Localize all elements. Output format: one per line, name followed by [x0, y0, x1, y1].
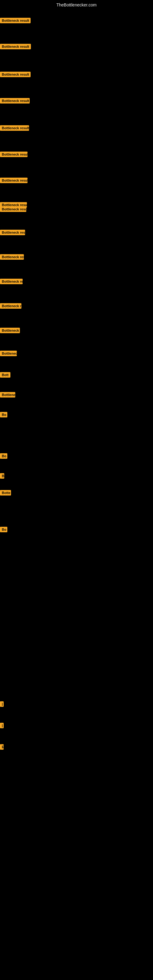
- badge-14: Bottleneck re: [0, 328, 20, 334]
- bottleneck-badge-2: Bottleneck result: [0, 44, 31, 49]
- badge-23: |: [0, 701, 2, 708]
- bottleneck-badge-10: Bottleneck resu: [0, 230, 25, 235]
- badge-3: Bottleneck result: [0, 72, 30, 78]
- bottleneck-badge-14: Bottleneck re: [0, 328, 20, 333]
- bottleneck-badge-1: Bottleneck result: [0, 18, 30, 23]
- badge-12: Bottleneck res: [0, 279, 22, 285]
- badge-5: Bottleneck result: [0, 125, 29, 132]
- bottleneck-badge-5: Bottleneck result: [0, 125, 29, 131]
- badge-4: Bottleneck result: [0, 98, 30, 105]
- badge-10: Bottleneck resu: [0, 230, 25, 236]
- bottleneck-badge-6: Bottleneck resul: [0, 151, 27, 157]
- badge-2: Bottleneck result: [0, 44, 31, 51]
- bottleneck-badge-19: Bo: [0, 453, 7, 459]
- site-title: TheBottlenecker.com: [0, 0, 153, 10]
- badge-11: Bottleneck resu: [0, 254, 24, 261]
- badge-1: Bottleneck result: [0, 18, 30, 24]
- bottleneck-badge-7: Bottleneck result: [0, 178, 27, 183]
- badge-21: Botte: [0, 490, 11, 497]
- bottleneck-badge-12: Bottleneck res: [0, 279, 22, 284]
- bottleneck-badge-16: Bott: [0, 372, 10, 378]
- badge-20: B: [0, 473, 4, 480]
- bottleneck-badge-20: B: [0, 473, 4, 479]
- badge-25: E: [0, 744, 3, 751]
- bottleneck-badge-18: Bo: [0, 412, 7, 417]
- badge-22: Bo: [0, 527, 7, 533]
- bottleneck-badge-17: Bottlene: [0, 392, 15, 398]
- bottleneck-badge-9: Bottleneck result: [0, 207, 26, 212]
- bottleneck-badge-25: E: [0, 744, 4, 750]
- badge-7: Bottleneck result: [0, 178, 27, 185]
- bottleneck-badge-13: Bottleneck res: [0, 303, 21, 309]
- bottleneck-badge-15: Bottlenec: [0, 351, 17, 356]
- badge-6: Bottleneck resul: [0, 151, 27, 158]
- bottleneck-badge-23: |: [0, 701, 4, 707]
- badge-17: Bottlene: [0, 392, 15, 399]
- badge-19: Bo: [0, 453, 7, 460]
- badge-9: Bottleneck result: [0, 207, 26, 213]
- bottleneck-badge-11: Bottleneck resu: [0, 254, 24, 260]
- badge-18: Bo: [0, 412, 7, 418]
- bottleneck-badge-21: Botte: [0, 490, 11, 495]
- badge-13: Bottleneck res: [0, 303, 21, 310]
- badge-15: Bottlenec: [0, 351, 17, 357]
- badge-16: Bott: [0, 372, 10, 379]
- badge-24: |: [0, 723, 2, 730]
- bottleneck-badge-4: Bottleneck result: [0, 98, 30, 103]
- bottleneck-badge-22: Bo: [0, 527, 7, 532]
- bottleneck-badge-24: |: [0, 723, 4, 728]
- bottleneck-badge-3: Bottleneck result: [0, 72, 30, 77]
